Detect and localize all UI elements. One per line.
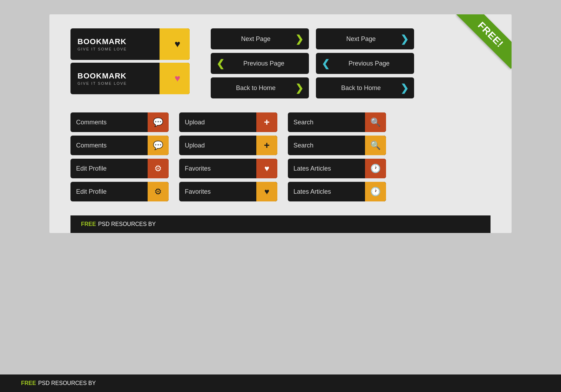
- bookmark-1-subtitle: GIVE IT SOME LOVE: [77, 47, 153, 51]
- comments-yellow-button[interactable]: Comments 💬: [70, 136, 169, 155]
- favorites-red-icon: ♥: [256, 159, 277, 178]
- bookmark-button-1[interactable]: BOOKMARK GIVE IT SOME LOVE ♥: [70, 28, 190, 60]
- search-yellow-icon: 🔍: [365, 136, 386, 155]
- footer-text: PSD RESOURCES BY: [98, 221, 156, 227]
- comments-yellow-label: Comments: [70, 142, 148, 149]
- free-ribbon: FREE!: [455, 14, 512, 70]
- page-footer-free-label: FREE: [21, 380, 36, 386]
- back-home-green-arrow: ❯: [295, 82, 303, 94]
- icon-btn-row-1: Comments 💬 Upload + Search 🔍: [70, 112, 491, 132]
- icon-buttons-section: Comments 💬 Upload + Search 🔍 Comments 💬 …: [70, 112, 491, 201]
- editprofile-red-button[interactable]: Edit Profile ⚙: [70, 159, 169, 178]
- latesarticles-yellow-icon: 🕐: [365, 182, 386, 201]
- prev-page-blue-button[interactable]: ❮ Previous Page: [316, 53, 414, 74]
- editprofile-red-label: Edit Profile: [70, 165, 148, 172]
- upload-red-button[interactable]: Upload +: [179, 112, 277, 132]
- editprofile-yellow-icon: ⚙: [148, 182, 169, 201]
- bookmark-2-accent: [160, 63, 165, 94]
- upload-yellow-icon: +: [256, 136, 277, 155]
- next-page-blue-label: Next Page: [322, 35, 400, 43]
- latesarticles-red-icon: 🕐: [365, 159, 386, 178]
- bookmark-section: BOOKMARK GIVE IT SOME LOVE ♥ BOOKMARK GI…: [70, 28, 190, 98]
- latesarticles-red-button[interactable]: Lates Articles 🕐: [288, 159, 386, 178]
- latesarticles-yellow-label: Lates Articles: [288, 188, 365, 195]
- back-home-blue-arrow: ❯: [400, 82, 408, 94]
- prev-page-blue-arrow: ❮: [322, 58, 330, 69]
- nav-row-2: ❮ Previous Page ❮ Previous Page: [211, 53, 414, 74]
- icon-btn-row-4: Edit Profile ⚙ Favorites ♥ Lates Article…: [70, 182, 491, 201]
- next-page-blue-arrow: ❯: [400, 33, 408, 45]
- search-red-icon: 🔍: [365, 112, 386, 132]
- comments-red-label: Comments: [70, 119, 148, 126]
- bookmark-2-subtitle: GIVE IT SOME LOVE: [77, 81, 153, 85]
- search-red-label: Search: [288, 119, 365, 126]
- back-home-green-label: Back to Home: [216, 84, 295, 92]
- bookmark-2-title: BOOKMARK: [77, 71, 153, 81]
- editprofile-yellow-label: Edit Profile: [70, 188, 148, 195]
- upload-red-icon: +: [256, 112, 277, 132]
- favorites-yellow-button[interactable]: Favorites ♥: [179, 182, 277, 201]
- comments-red-button[interactable]: Comments 💬: [70, 112, 169, 132]
- next-page-blue-button[interactable]: Next Page ❯: [316, 28, 414, 49]
- favorites-yellow-icon: ♥: [256, 182, 277, 201]
- favorites-red-label: Favorites: [179, 165, 256, 172]
- prev-page-blue-label: Previous Page: [330, 60, 408, 67]
- icon-btn-row-2: Comments 💬 Upload + Search 🔍: [70, 136, 491, 155]
- footer-free-label: FREE: [81, 221, 96, 227]
- back-home-blue-label: Back to Home: [322, 84, 400, 92]
- nav-section: Next Page ❯ Next Page ❯ ❮ Previous Page …: [211, 28, 414, 98]
- editprofile-yellow-button[interactable]: Edit Profile ⚙: [70, 182, 169, 201]
- bookmark-1-text: BOOKMARK GIVE IT SOME LOVE: [70, 37, 160, 51]
- page-footer-text: PSD RESOURCES BY: [38, 380, 96, 386]
- latesarticles-red-label: Lates Articles: [288, 165, 365, 172]
- next-page-green-label: Next Page: [216, 35, 295, 43]
- prev-page-green-arrow: ❮: [216, 58, 224, 69]
- editprofile-red-icon: ⚙: [148, 159, 169, 178]
- upload-yellow-label: Upload: [179, 142, 256, 149]
- bookmark-1-icon: ♥: [165, 28, 190, 60]
- bookmark-2-icon: ♥: [165, 63, 190, 94]
- bookmark-button-2[interactable]: BOOKMARK GIVE IT SOME LOVE ♥: [70, 63, 190, 94]
- free-ribbon-label: FREE!: [456, 14, 512, 69]
- latesarticles-yellow-button[interactable]: Lates Articles 🕐: [288, 182, 386, 201]
- main-card: FREE! BOOKMARK GIVE IT SOME LOVE ♥ BOOKM…: [49, 14, 512, 233]
- search-yellow-label: Search: [288, 142, 365, 149]
- prev-page-green-label: Previous Page: [224, 60, 303, 67]
- prev-page-green-button[interactable]: ❮ Previous Page: [211, 53, 309, 74]
- favorites-red-button[interactable]: Favorites ♥: [179, 159, 277, 178]
- bookmark-1-title: BOOKMARK: [77, 37, 153, 46]
- search-yellow-button[interactable]: Search 🔍: [288, 136, 386, 155]
- back-home-blue-button[interactable]: Back to Home ❯: [316, 77, 414, 98]
- back-home-green-button[interactable]: Back to Home ❯: [211, 77, 309, 98]
- next-page-green-arrow: ❯: [295, 33, 303, 45]
- upload-yellow-button[interactable]: Upload +: [179, 136, 277, 155]
- upload-red-label: Upload: [179, 119, 256, 126]
- comments-red-icon: 💬: [148, 112, 169, 132]
- bookmark-1-accent: [160, 28, 165, 60]
- bookmark-2-text: BOOKMARK GIVE IT SOME LOVE: [70, 71, 160, 85]
- icon-btn-row-3: Edit Profile ⚙ Favorites ♥ Lates Article…: [70, 159, 491, 178]
- content-area: BOOKMARK GIVE IT SOME LOVE ♥ BOOKMARK GI…: [70, 28, 491, 98]
- inner-footer: FREE PSD RESOURCES BY: [70, 215, 491, 233]
- next-page-green-button[interactable]: Next Page ❯: [211, 28, 309, 49]
- favorites-yellow-label: Favorites: [179, 188, 256, 195]
- page-footer: FREE PSD RESOURCES BY: [0, 374, 561, 392]
- nav-row-3: Back to Home ❯ Back to Home ❯: [211, 77, 414, 98]
- comments-yellow-icon: 💬: [148, 136, 169, 155]
- nav-row-1: Next Page ❯ Next Page ❯: [211, 28, 414, 49]
- search-red-button[interactable]: Search 🔍: [288, 112, 386, 132]
